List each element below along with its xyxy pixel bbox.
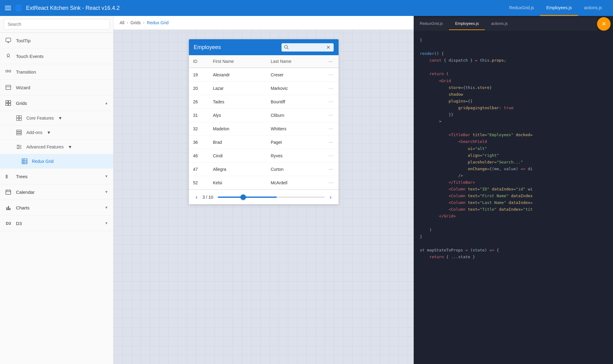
sidebar-item-tooltip[interactable]: ToolTip xyxy=(0,33,113,48)
svg-rect-11 xyxy=(19,116,21,118)
svg-rect-12 xyxy=(17,118,19,121)
svg-rect-10 xyxy=(17,116,19,118)
page-slider[interactable] xyxy=(218,197,325,198)
sidebar-item-label: Wizard xyxy=(16,85,108,90)
grid-search-clear[interactable]: ✕ xyxy=(326,44,330,50)
close-button[interactable]: ✕ xyxy=(597,17,611,31)
row-actions[interactable]: ··· xyxy=(324,95,338,109)
cell-id: 52 xyxy=(189,176,209,190)
logo-icon: 🌀 xyxy=(15,4,22,12)
column-header-actions: ··· xyxy=(324,55,338,68)
svg-rect-0 xyxy=(6,38,11,42)
sidebar-item-redux-grid[interactable]: Redux Grid xyxy=(0,154,113,169)
sidebar-item-trees[interactable]: Trees ▼ xyxy=(0,169,113,184)
column-header-id: ID xyxy=(189,55,209,68)
svg-point-21 xyxy=(19,146,21,148)
cell-lastname: Curton xyxy=(266,163,324,176)
sidebar-item-label: Calendar xyxy=(16,190,100,195)
code-tab-redux[interactable]: ReduxGrid.js xyxy=(414,17,449,30)
chevron-down-icon: ▼ xyxy=(58,116,62,121)
svg-rect-3 xyxy=(9,70,11,72)
sidebar-item-core-features[interactable]: Core Features ▼ xyxy=(0,111,113,125)
table-row[interactable]: 47 Allegra Curton ··· xyxy=(189,163,339,176)
cell-lastname: Paget xyxy=(266,136,324,149)
breadcrumb-sep-2: › xyxy=(143,21,144,25)
d3-icon: D3 xyxy=(5,220,12,227)
cell-firstname: Kelsi xyxy=(209,176,266,190)
svg-point-1 xyxy=(7,54,10,56)
row-actions[interactable]: ··· xyxy=(324,122,338,136)
chevron-down-icon: ▼ xyxy=(68,144,72,149)
sidebar-item-d3[interactable]: D3 D3 ▼ xyxy=(0,216,113,231)
sidebar-item-calendar[interactable]: Calendar ▼ xyxy=(0,184,113,200)
table-row[interactable]: 20 Lazar Markovic ··· xyxy=(189,82,339,95)
row-actions[interactable]: ··· xyxy=(324,109,338,122)
trees-icon xyxy=(5,173,12,180)
svg-rect-31 xyxy=(6,190,11,194)
svg-rect-2 xyxy=(6,70,8,72)
chevron-up-icon: ▲ xyxy=(105,101,108,105)
next-page-button[interactable]: › xyxy=(328,193,334,201)
code-body: } render() { const { dispatch } = this.p… xyxy=(414,32,613,364)
table-row[interactable]: 26 Tades Bountiff ··· xyxy=(189,95,339,109)
sidebar-item-label: Charts xyxy=(16,205,100,210)
chevron-down-icon: ▼ xyxy=(105,205,108,210)
cell-id: 47 xyxy=(189,163,209,176)
table-row[interactable]: 52 Kelsi McArdell ··· xyxy=(189,176,339,190)
search-input[interactable] xyxy=(4,19,109,29)
sidebar-search-container xyxy=(0,16,113,33)
table-row[interactable]: 36 Brad Paget ··· xyxy=(189,136,339,149)
row-actions[interactable]: ··· xyxy=(324,149,338,163)
tab-reduxgrid[interactable]: ReduxGrid.js xyxy=(503,0,540,16)
sidebar-item-transition[interactable]: Transition xyxy=(0,64,113,80)
svg-point-22 xyxy=(17,148,19,149)
code-tab-employees[interactable]: Employees.js xyxy=(449,17,485,30)
row-actions[interactable]: ··· xyxy=(324,82,338,95)
sidebar-item-charts[interactable]: Charts ▼ xyxy=(0,200,113,216)
breadcrumb-all[interactable]: All xyxy=(120,20,125,25)
sidebar-item-grids[interactable]: Grids ▲ xyxy=(0,95,113,111)
sidebar-item-label: ToolTip xyxy=(16,38,108,43)
row-actions[interactable]: ··· xyxy=(324,136,338,149)
column-header-lastname: Last Name xyxy=(266,55,324,68)
cell-id: 19 xyxy=(189,68,209,82)
sidebar-item-wizard[interactable]: Wizard xyxy=(0,80,113,95)
table-row[interactable]: 46 Cindi Ryves ··· xyxy=(189,149,339,163)
sidebar-item-label: Redux Grid xyxy=(32,159,54,164)
code-panel: ReduxGrid.js Employees.js actions.js ✕ }… xyxy=(414,16,613,364)
tab-actions[interactable]: actions.js xyxy=(578,0,608,16)
cell-firstname: Alexandr xyxy=(209,68,266,82)
sidebar-item-label: Transition xyxy=(16,69,108,75)
cell-firstname: Madelon xyxy=(209,122,266,136)
sidebar-item-addons[interactable]: Add-ons ▼ xyxy=(0,125,113,140)
sidebar-item-advanced[interactable]: Advanced Features ▼ xyxy=(0,140,113,154)
svg-point-40 xyxy=(284,45,287,48)
grid-search-input[interactable]: de xyxy=(291,45,324,50)
table-row[interactable]: 19 Alexandr Creser ··· xyxy=(189,68,339,82)
cell-lastname: McArdell xyxy=(266,176,324,190)
breadcrumb-grids[interactable]: Grids xyxy=(131,20,141,25)
app-title: ExtReact Kitchen Sink - React v16.4.2 xyxy=(26,5,120,11)
cell-lastname: Bountiff xyxy=(266,95,324,109)
svg-rect-15 xyxy=(17,132,21,133)
table-row[interactable]: 32 Madelon Whitters ··· xyxy=(189,122,339,136)
chevron-down-icon: ▼ xyxy=(47,130,51,135)
grid-title: Employees xyxy=(194,44,278,51)
tab-employees[interactable]: Employees.js xyxy=(540,0,578,16)
cell-firstname: Alys xyxy=(209,109,266,122)
page-info: 3 / 10 xyxy=(202,195,215,200)
row-actions[interactable]: ··· xyxy=(324,176,338,190)
code-tab-actions[interactable]: actions.js xyxy=(485,17,514,30)
menu-icon[interactable] xyxy=(5,6,11,10)
table-row[interactable]: 31 Alys Cliburn ··· xyxy=(189,109,339,122)
svg-rect-7 xyxy=(9,101,11,103)
prev-page-button[interactable]: ‹ xyxy=(194,193,200,201)
svg-rect-16 xyxy=(17,134,21,135)
row-actions[interactable]: ··· xyxy=(324,68,338,82)
grid-table: ID First Name Last Name ··· 19 Alexandr … xyxy=(189,55,339,190)
row-actions[interactable]: ··· xyxy=(324,163,338,176)
sidebar-item-label: Grids xyxy=(16,101,100,106)
svg-rect-8 xyxy=(6,103,8,105)
topbar: 🌀 ExtReact Kitchen Sink - React v16.4.2 … xyxy=(0,0,613,16)
sidebar-item-touch[interactable]: Touch Events xyxy=(0,48,113,64)
